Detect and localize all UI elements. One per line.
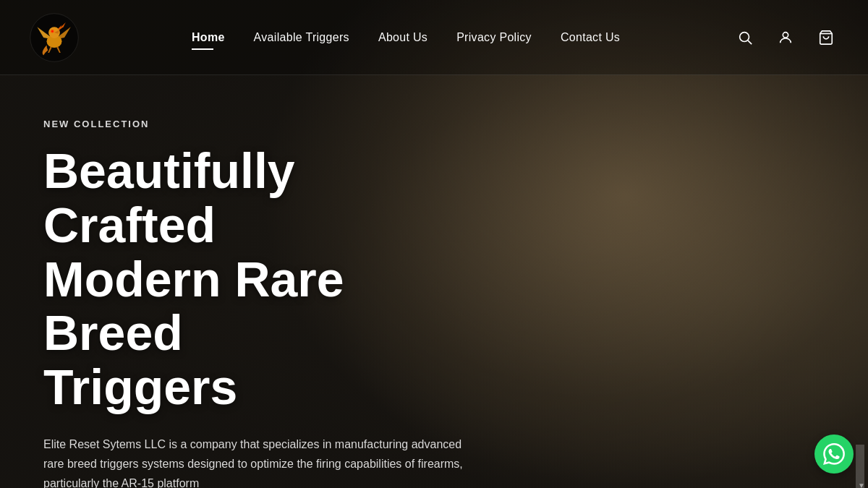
nav-link-available-triggers[interactable]: Available Triggers: [254, 31, 349, 43]
nav-item-about-us[interactable]: About Us: [378, 31, 427, 44]
whatsapp-button[interactable]: [814, 435, 854, 474]
logo[interactable]: [29, 12, 80, 63]
hero-title-line2: Modern Rare Breed: [43, 252, 344, 361]
whatsapp-icon: [823, 443, 845, 465]
hero-title: Beautifully Crafted Modern Rare Breed Tr…: [43, 144, 477, 414]
nav-link-about-us[interactable]: About Us: [378, 31, 427, 43]
cart-icon: [818, 30, 834, 46]
nav-item-privacy-policy[interactable]: Privacy Policy: [456, 31, 532, 44]
hero-section: NEW COLLECTION Beautifully Crafted Moder…: [0, 75, 521, 488]
hero-description: Elite Reset Sytems LLC is a company that…: [43, 435, 477, 488]
svg-point-5: [740, 32, 749, 41]
nav-link-home[interactable]: Home: [192, 31, 225, 43]
nav-link-contact-us[interactable]: Contact Us: [561, 31, 620, 43]
search-button[interactable]: [732, 25, 758, 51]
hero-badge: NEW COLLECTION: [43, 119, 477, 129]
logo-icon: [29, 12, 80, 63]
svg-point-7: [783, 32, 788, 37]
hero-title-line1: Beautifully Crafted: [43, 143, 295, 252]
hero-title-line3: Triggers: [43, 359, 237, 414]
nav-item-contact-us[interactable]: Contact Us: [561, 31, 620, 44]
nav-item-available-triggers[interactable]: Available Triggers: [254, 31, 349, 44]
scroll-indicator: [856, 445, 864, 488]
account-button[interactable]: [773, 25, 799, 51]
svg-point-4: [52, 30, 54, 32]
account-icon: [778, 30, 793, 46]
cart-button[interactable]: [813, 25, 839, 51]
nav-link-privacy-policy[interactable]: Privacy Policy: [456, 31, 532, 43]
nav-icons: [732, 25, 839, 51]
nav-item-home[interactable]: Home: [192, 31, 225, 44]
nav-links: Home Available Triggers About Us Privacy…: [192, 31, 620, 44]
svg-line-6: [748, 40, 752, 44]
search-icon: [737, 30, 753, 46]
navbar: Home Available Triggers About Us Privacy…: [0, 0, 868, 75]
